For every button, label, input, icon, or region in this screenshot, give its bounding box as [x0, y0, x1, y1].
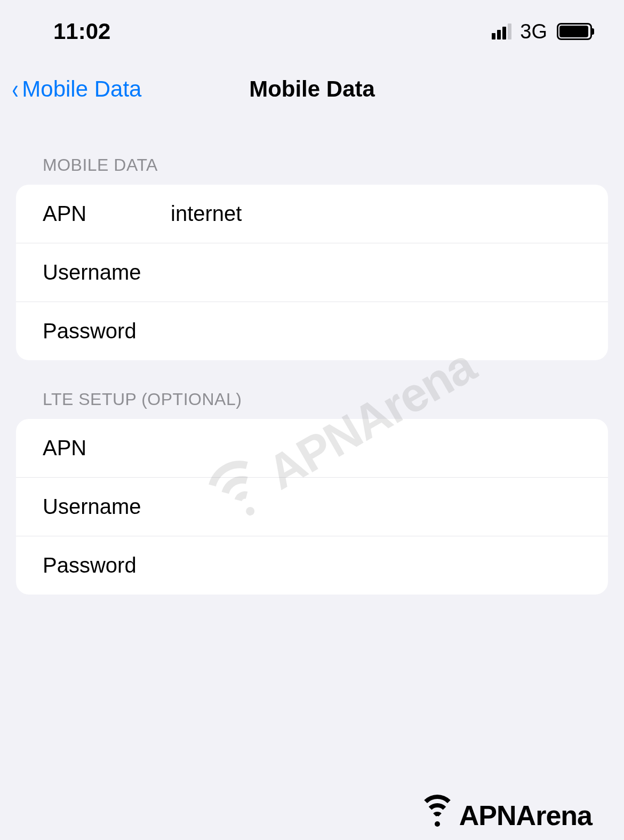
row-apn[interactable]: APN	[16, 185, 608, 243]
lte-password-input[interactable]	[171, 553, 581, 577]
apn-input[interactable]	[171, 202, 581, 226]
section-header-lte-setup: LTE SETUP (OPTIONAL)	[0, 360, 624, 419]
lte-apn-input[interactable]	[171, 436, 581, 460]
row-label: Username	[43, 495, 171, 519]
chevron-left-icon: ‹	[12, 73, 19, 105]
row-label: Password	[43, 319, 171, 343]
username-input[interactable]	[171, 260, 581, 284]
lte-username-input[interactable]	[171, 495, 581, 519]
network-type: 3G	[520, 20, 547, 43]
status-bar: 11:02 3G	[0, 0, 624, 55]
row-lte-password[interactable]: Password	[16, 536, 608, 595]
row-password[interactable]: Password	[16, 302, 608, 360]
row-label: APN	[43, 202, 171, 226]
brand-logo: APNArena	[419, 799, 592, 831]
settings-group-mobile-data: APN Username Password	[16, 185, 608, 360]
section-header-mobile-data: MOBILE DATA	[0, 118, 624, 185]
row-label: APN	[43, 436, 171, 460]
wifi-icon	[419, 801, 456, 830]
back-button[interactable]: ‹ Mobile Data	[11, 73, 141, 105]
row-label: Password	[43, 553, 171, 577]
settings-group-lte-setup: APN Username Password	[16, 419, 608, 595]
row-lte-apn[interactable]: APN	[16, 419, 608, 478]
status-time: 11:02	[53, 19, 110, 44]
page-title: Mobile Data	[249, 76, 375, 102]
signal-strength-icon	[492, 23, 511, 39]
brand-name: APNArena	[459, 799, 592, 831]
row-username[interactable]: Username	[16, 243, 608, 302]
row-lte-username[interactable]: Username	[16, 478, 608, 536]
password-input[interactable]	[171, 319, 581, 343]
row-label: Username	[43, 260, 171, 284]
status-indicators: 3G	[492, 20, 592, 43]
battery-icon	[557, 23, 592, 40]
navigation-bar: ‹ Mobile Data Mobile Data	[0, 55, 624, 118]
back-label: Mobile Data	[22, 76, 141, 102]
